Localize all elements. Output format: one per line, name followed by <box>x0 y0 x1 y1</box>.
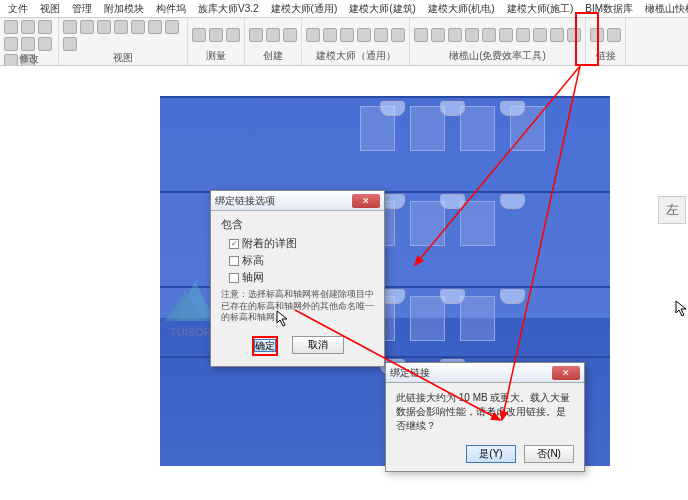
ribbon-group: 修改 <box>0 18 59 65</box>
toolbar-icon[interactable] <box>374 28 388 42</box>
link-button-highlight <box>575 12 599 66</box>
checkbox-label: 轴网 <box>242 270 264 285</box>
ribbon-tab[interactable]: 构件坞 <box>150 0 192 18</box>
ribbon-group-label: 橄榄山(免费效率工具) <box>449 49 546 63</box>
toolbar-icon[interactable] <box>283 28 297 42</box>
toolbar-icon[interactable] <box>80 20 94 34</box>
ribbon-group: 创建 <box>245 18 302 65</box>
ribbon-tab[interactable]: 橄榄山快模-免费版 <box>639 0 688 18</box>
ribbon-group-label: 视图 <box>113 51 133 65</box>
toolbar-icon[interactable] <box>63 20 77 34</box>
ribbon-group: 橄榄山(免费效率工具) <box>410 18 586 65</box>
toolbar-icon[interactable] <box>414 28 428 42</box>
ribbon-group-label: 建模大师（通用） <box>316 49 396 63</box>
ribbon-tab[interactable]: 族库大师V3.2 <box>192 0 265 18</box>
view-cube[interactable]: 左 <box>658 196 686 224</box>
toolbar-icon[interactable] <box>148 20 162 34</box>
close-icon[interactable]: ✕ <box>352 194 380 208</box>
ribbon-tab[interactable]: 建模大师(机电) <box>422 0 501 18</box>
toolbar-icon[interactable] <box>448 28 462 42</box>
yes-button[interactable]: 是(Y) <box>466 445 516 463</box>
toolbar-icon[interactable] <box>192 28 206 42</box>
ribbon-tab[interactable]: 视图 <box>34 0 66 18</box>
toolbar-icon[interactable] <box>165 20 179 34</box>
toolbar-icon[interactable] <box>499 28 513 42</box>
cursor-icon <box>276 310 290 328</box>
checkbox-grids[interactable] <box>229 273 239 283</box>
toolbar-icon[interactable] <box>266 28 280 42</box>
ribbon-group-label: 创建 <box>263 49 283 63</box>
toolbar-icon[interactable] <box>607 28 621 42</box>
dialog-title: 绑定链接选项 <box>215 194 275 208</box>
toolbar-icon[interactable] <box>97 20 111 34</box>
include-group-label: 包含 <box>221 217 374 232</box>
dialog-titlebar[interactable]: 绑定链接选项 ✕ <box>211 191 384 211</box>
checkbox-label: 附着的详图 <box>242 236 297 251</box>
no-button[interactable]: 否(N) <box>524 445 574 463</box>
ribbon-group: 建模大师（通用） <box>302 18 410 65</box>
close-icon[interactable]: ✕ <box>552 366 580 380</box>
ribbon-group: 视图 <box>59 18 188 65</box>
note-text: 注意：选择标高和轴网将创建除项目中已存在的标高和轴网外的其他命名唯一的标高和轴网… <box>221 289 374 324</box>
ok-button-highlight: 确定 <box>252 336 278 356</box>
toolbar-icon[interactable] <box>226 28 240 42</box>
ribbon-tab[interactable]: 建模大师(建筑) <box>343 0 422 18</box>
toolbar-icon[interactable] <box>131 20 145 34</box>
toolbar-icon[interactable] <box>391 28 405 42</box>
ribbon-tab[interactable]: 附加模块 <box>98 0 150 18</box>
toolbar-icon[interactable] <box>340 28 354 42</box>
ok-button[interactable]: 确定 <box>254 339 276 352</box>
checkbox-attached-detail[interactable]: ✓ <box>229 239 239 249</box>
ribbon-tab[interactable]: 文件 <box>2 0 34 18</box>
toolbar-icon[interactable] <box>516 28 530 42</box>
checkbox-levels[interactable] <box>229 256 239 266</box>
bind-link-confirm-dialog: 绑定链接 ✕ 此链接大约为 10 MB 或更大。载入大量数据会影响性能，请考虑改… <box>385 362 585 472</box>
toolbar-icon[interactable] <box>533 28 547 42</box>
toolbar-icon[interactable] <box>249 28 263 42</box>
toolbar-icon[interactable] <box>323 28 337 42</box>
ribbon-tab[interactable]: 管理 <box>66 0 98 18</box>
toolbar-icon[interactable] <box>550 28 564 42</box>
toolbar-icon[interactable] <box>4 20 18 34</box>
toolbar-icon[interactable] <box>482 28 496 42</box>
ribbon-group: 测量 <box>188 18 245 65</box>
dialog-title: 绑定链接 <box>390 366 430 380</box>
toolbar-icon[interactable] <box>209 28 223 42</box>
dialog-titlebar[interactable]: 绑定链接 ✕ <box>386 363 584 383</box>
toolbar-icon[interactable] <box>38 37 52 51</box>
toolbar-icon[interactable] <box>357 28 371 42</box>
toolbar-icon[interactable] <box>431 28 445 42</box>
bind-link-options-dialog: 绑定链接选项 ✕ 包含 ✓附着的详图 标高 轴网 注意：选择标高和轴网将创建除项… <box>210 190 385 367</box>
toolbar-icon[interactable] <box>63 37 77 51</box>
ribbon-tab[interactable]: 建模大师(通用) <box>265 0 344 18</box>
toolbar-icon[interactable] <box>465 28 479 42</box>
ribbon-tab[interactable]: 建模大师(施工) <box>501 0 580 18</box>
ribbon-group-label: 修改 <box>19 52 39 66</box>
toolbar-icon[interactable] <box>21 20 35 34</box>
toolbar-icon[interactable] <box>306 28 320 42</box>
cursor-icon <box>675 300 688 318</box>
toolbar-icon[interactable] <box>38 20 52 34</box>
toolbar-icon[interactable] <box>114 20 128 34</box>
toolbar-icon[interactable] <box>21 37 35 51</box>
checkbox-label: 标高 <box>242 253 264 268</box>
dialog-message: 此链接大约为 10 MB 或更大。载入大量数据会影响性能，请考虑改用链接。是否继… <box>386 383 584 441</box>
ribbon-group-label: 测量 <box>206 49 226 63</box>
toolbar-icon[interactable] <box>4 37 18 51</box>
cancel-button[interactable]: 取消 <box>292 336 344 354</box>
